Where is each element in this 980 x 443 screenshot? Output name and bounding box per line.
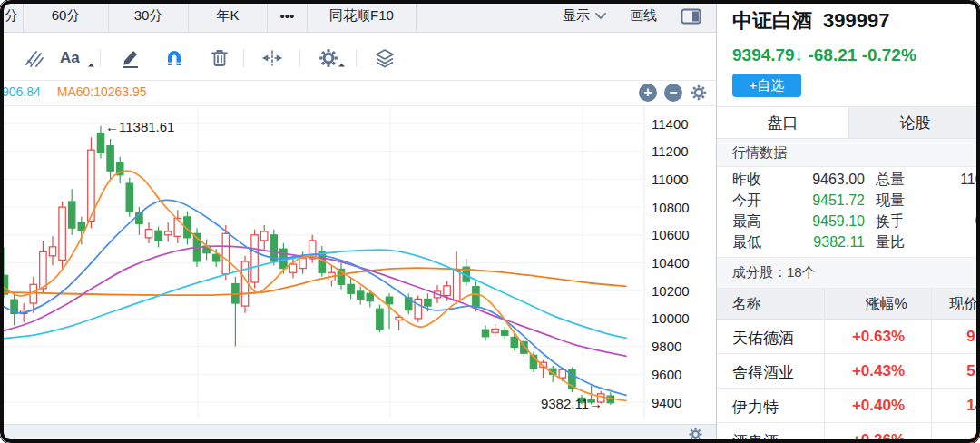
component-stock-row[interactable]: 伊力特 +0.40% 14. bbox=[717, 389, 980, 423]
last-price: 9394.79↓ bbox=[732, 45, 803, 64]
tab-ths-f10[interactable]: 同花顺F10 bbox=[308, 0, 416, 32]
magnet-icon[interactable] bbox=[163, 47, 185, 69]
candle-body bbox=[49, 247, 55, 256]
candlestick-plot[interactable]: 1140011200110001080010600104001020010000… bbox=[0, 81, 716, 424]
candle-body bbox=[482, 330, 488, 337]
quote-value: 9451.72 bbox=[785, 191, 865, 211]
layers-icon[interactable] bbox=[374, 47, 396, 69]
col-header-name: 名称 bbox=[732, 295, 761, 314]
ma-line-ma60 bbox=[0, 268, 626, 295]
quote-label: 今开 bbox=[732, 191, 761, 211]
quote-row: 今开 9451.72 现量 1 bbox=[732, 191, 980, 211]
low-annotation: 9382.11→ bbox=[541, 396, 603, 411]
price-change: -68.21 bbox=[808, 45, 857, 64]
chart-pane: 分 60分 30分 年K ••• 同花顺F10 显示 画线 A bbox=[0, 0, 716, 443]
display-menu[interactable]: 显示 bbox=[563, 7, 606, 25]
candle-body bbox=[473, 287, 479, 308]
ma30-value-label: 906.84 bbox=[2, 84, 41, 99]
candle-body bbox=[367, 293, 373, 300]
candle-body bbox=[289, 264, 296, 272]
panel-tab-bar: 盘口 论股 bbox=[717, 106, 980, 139]
chart-settings-gear-icon[interactable] bbox=[690, 84, 708, 102]
panel-toggle-icon[interactable] bbox=[681, 8, 701, 25]
quote-label: 量比 bbox=[876, 232, 905, 252]
quote-row: 最低 9382.11 量比 1 bbox=[732, 232, 980, 252]
ma-value-labels: 906.84 MA60:10263.95 bbox=[2, 84, 147, 99]
tab-more-periods[interactable]: ••• bbox=[268, 0, 308, 32]
tab-year-k[interactable]: 年K bbox=[189, 0, 268, 32]
y-axis-tick: 10600 bbox=[652, 227, 690, 242]
chart-zoom-controls: + − bbox=[639, 84, 708, 102]
toolbar-separator bbox=[356, 49, 357, 67]
y-axis-tick: 9400 bbox=[652, 395, 681, 410]
trash-icon[interactable] bbox=[209, 47, 230, 69]
add-watchlist-button[interactable]: +自选 bbox=[732, 74, 801, 97]
tab-30min[interactable]: 30分 bbox=[109, 0, 189, 32]
y-axis-tick: 11400 bbox=[652, 116, 689, 132]
pencil-icon[interactable] bbox=[120, 47, 142, 69]
stock-code-label: 399997 bbox=[823, 9, 889, 32]
stock-row-name: 天佑德酒 bbox=[732, 328, 794, 349]
component-stock-row[interactable]: 酒鬼酒 +0.26% 42 bbox=[717, 423, 980, 443]
candle-body bbox=[454, 270, 460, 300]
stock-row-pct: +0.63% bbox=[825, 328, 932, 346]
tab-60min[interactable]: 60分 bbox=[24, 0, 109, 32]
col-header-pct[interactable]: 涨幅% bbox=[825, 295, 916, 311]
y-axis-tick: 11000 bbox=[652, 172, 689, 187]
y-axis-tick: 10400 bbox=[652, 255, 690, 271]
y-axis-tick: 9800 bbox=[652, 339, 681, 354]
candle-body bbox=[222, 233, 229, 274]
candle-body bbox=[377, 309, 383, 329]
tab-discussion[interactable]: 论股 bbox=[848, 107, 980, 138]
quote-label: 最低 bbox=[732, 232, 761, 252]
column-divider bbox=[824, 289, 825, 443]
candle-body bbox=[511, 337, 517, 347]
tab-period-partial[interactable]: 分 bbox=[0, 0, 24, 32]
candle-body bbox=[261, 231, 268, 241]
drawing-toolbar: Aa bbox=[0, 34, 716, 81]
dropdown-corner bbox=[338, 64, 345, 70]
tab-order-book[interactable]: 盘口 bbox=[717, 107, 848, 138]
drawline-button[interactable]: 画线 bbox=[630, 7, 657, 25]
footer-settings-gear-icon[interactable] bbox=[688, 427, 703, 442]
quote-label: 换手 bbox=[876, 212, 905, 231]
quote-value: 9463.00 bbox=[785, 170, 865, 190]
stock-app-window: 分 60分 30分 年K ••• 同花顺F10 显示 画线 A bbox=[0, 0, 980, 443]
candle-body bbox=[97, 133, 103, 153]
component-stock-row[interactable]: 天佑德酒 +0.63% 9.5 bbox=[717, 320, 980, 354]
stock-name-label: 中证白酒 bbox=[732, 9, 812, 32]
y-axis-tick: 10800 bbox=[652, 200, 690, 215]
settings-gear-icon[interactable] bbox=[318, 47, 339, 69]
y-axis-tick: 9600 bbox=[652, 367, 681, 382]
zoom-out-button[interactable]: − bbox=[664, 84, 682, 102]
candle-body bbox=[155, 231, 162, 241]
stock-row-price: 14. bbox=[932, 397, 980, 415]
quote-value: 9459.10 bbox=[785, 212, 865, 231]
candle-body bbox=[145, 230, 152, 238]
quote-row: 昨收 9463.00 总量 110.7 bbox=[732, 170, 980, 190]
col-header-price: 现价 bbox=[949, 295, 978, 314]
candle-body bbox=[213, 254, 220, 261]
candle-body bbox=[165, 231, 172, 235]
kline-chart[interactable]: 906.84 MA60:10263.95 + − 114001120011000… bbox=[0, 81, 716, 424]
candle-body bbox=[126, 183, 132, 212]
stock-price-line: 9394.79↓ -68.21 -0.72% bbox=[732, 45, 916, 65]
text-tool-label: Aa bbox=[60, 49, 80, 66]
candle-body bbox=[78, 222, 84, 231]
text-tool-icon[interactable]: Aa bbox=[60, 47, 89, 69]
price-change-pct: -0.72% bbox=[862, 45, 916, 64]
stock-row-name: 酒鬼酒 bbox=[732, 431, 779, 443]
component-stock-row[interactable]: 舍得酒业 +0.43% 51. bbox=[717, 354, 980, 389]
trend-lines-icon[interactable] bbox=[24, 47, 45, 69]
quote-section-header: 行情数据 bbox=[717, 139, 980, 167]
zoom-in-button[interactable]: + bbox=[639, 84, 657, 102]
quote-section-title: 行情数据 bbox=[732, 144, 787, 162]
toolbar-separator bbox=[100, 49, 101, 67]
split-compare-icon[interactable] bbox=[261, 47, 283, 69]
dropdown-corner bbox=[88, 64, 94, 70]
stock-row-price: 42 bbox=[932, 431, 980, 443]
candle-body bbox=[348, 284, 354, 293]
stock-title: 中证白酒399997 bbox=[732, 7, 889, 34]
chart-footer-strip bbox=[0, 424, 716, 443]
candle-body bbox=[299, 258, 306, 269]
